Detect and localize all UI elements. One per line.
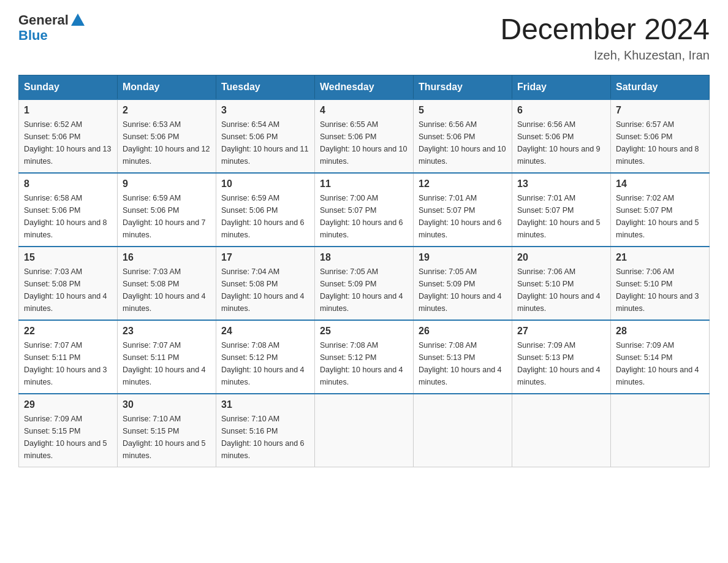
table-row: 17 Sunrise: 7:04 AMSunset: 5:08 PMDaylig… <box>216 247 315 320</box>
day-number: 30 <box>123 399 211 410</box>
day-info: Sunrise: 6:58 AMSunset: 5:06 PMDaylight:… <box>24 194 107 239</box>
day-info: Sunrise: 7:01 AMSunset: 5:07 PMDaylight:… <box>517 194 601 239</box>
logo-general-text: General <box>18 13 69 28</box>
table-row <box>315 394 414 467</box>
table-row: 23 Sunrise: 7:07 AMSunset: 5:11 PMDaylig… <box>118 320 216 394</box>
day-number: 12 <box>419 178 507 190</box>
table-row: 4 Sunrise: 6:55 AMSunset: 5:06 PMDayligh… <box>315 99 414 173</box>
day-number: 15 <box>24 252 112 263</box>
table-row: 24 Sunrise: 7:08 AMSunset: 5:12 PMDaylig… <box>216 320 315 394</box>
day-number: 8 <box>24 178 112 190</box>
day-number: 9 <box>123 178 211 190</box>
day-info: Sunrise: 7:01 AMSunset: 5:07 PMDaylight:… <box>419 194 502 239</box>
table-row: 26 Sunrise: 7:08 AMSunset: 5:13 PMDaylig… <box>414 320 512 394</box>
day-number: 25 <box>320 326 408 337</box>
day-info: Sunrise: 6:59 AMSunset: 5:06 PMDaylight:… <box>221 194 305 239</box>
table-row: 10 Sunrise: 6:59 AMSunset: 5:06 PMDaylig… <box>216 173 315 247</box>
day-number: 26 <box>419 326 507 337</box>
header-thursday: Thursday <box>414 75 512 100</box>
day-number: 18 <box>320 252 408 263</box>
day-info: Sunrise: 7:07 AMSunset: 5:11 PMDaylight:… <box>123 341 206 386</box>
table-row: 7 Sunrise: 6:57 AMSunset: 5:06 PMDayligh… <box>611 99 710 173</box>
day-info: Sunrise: 6:54 AMSunset: 5:06 PMDaylight:… <box>221 120 308 166</box>
table-row: 21 Sunrise: 7:06 AMSunset: 5:10 PMDaylig… <box>611 247 710 320</box>
day-number: 11 <box>320 178 408 190</box>
day-info: Sunrise: 7:07 AMSunset: 5:11 PMDaylight:… <box>24 341 107 386</box>
day-number: 2 <box>123 105 211 116</box>
day-number: 24 <box>221 326 309 337</box>
day-number: 19 <box>419 252 507 263</box>
header-sunday: Sunday <box>19 75 118 100</box>
calendar-table: Sunday Monday Tuesday Wednesday Thursday… <box>18 75 710 467</box>
table-row <box>512 394 611 467</box>
table-row: 3 Sunrise: 6:54 AMSunset: 5:06 PMDayligh… <box>216 99 315 173</box>
table-row: 28 Sunrise: 7:09 AMSunset: 5:14 PMDaylig… <box>611 320 710 394</box>
table-row: 16 Sunrise: 7:03 AMSunset: 5:08 PMDaylig… <box>118 247 216 320</box>
week-row-1: 1 Sunrise: 6:52 AMSunset: 5:06 PMDayligh… <box>19 99 710 173</box>
table-row: 22 Sunrise: 7:07 AMSunset: 5:11 PMDaylig… <box>19 320 118 394</box>
table-row <box>611 394 710 467</box>
day-number: 21 <box>616 252 704 263</box>
logo: General Blue <box>18 12 85 43</box>
day-info: Sunrise: 6:57 AMSunset: 5:06 PMDaylight:… <box>616 120 699 166</box>
day-info: Sunrise: 7:05 AMSunset: 5:09 PMDaylight:… <box>320 267 403 313</box>
title-area: December 2024 Izeh, Khuzestan, Iran <box>500 12 710 63</box>
day-info: Sunrise: 6:59 AMSunset: 5:06 PMDaylight:… <box>123 194 206 239</box>
table-row: 15 Sunrise: 7:03 AMSunset: 5:08 PMDaylig… <box>19 247 118 320</box>
day-number: 6 <box>517 105 605 116</box>
table-row: 8 Sunrise: 6:58 AMSunset: 5:06 PMDayligh… <box>19 173 118 247</box>
weekday-header-row: Sunday Monday Tuesday Wednesday Thursday… <box>19 75 710 100</box>
day-info: Sunrise: 7:05 AMSunset: 5:09 PMDaylight:… <box>419 267 502 313</box>
table-row: 31 Sunrise: 7:10 AMSunset: 5:16 PMDaylig… <box>216 394 315 467</box>
day-info: Sunrise: 7:04 AMSunset: 5:08 PMDaylight:… <box>221 267 305 313</box>
table-row: 29 Sunrise: 7:09 AMSunset: 5:15 PMDaylig… <box>19 394 118 467</box>
logo-blue-text: Blue <box>18 28 48 43</box>
table-row: 30 Sunrise: 7:10 AMSunset: 5:15 PMDaylig… <box>118 394 216 467</box>
table-row: 11 Sunrise: 7:00 AMSunset: 5:07 PMDaylig… <box>315 173 414 247</box>
day-info: Sunrise: 7:00 AMSunset: 5:07 PMDaylight:… <box>320 194 403 239</box>
svg-marker-0 <box>71 13 85 26</box>
day-info: Sunrise: 6:55 AMSunset: 5:06 PMDaylight:… <box>320 120 407 166</box>
table-row: 18 Sunrise: 7:05 AMSunset: 5:09 PMDaylig… <box>315 247 414 320</box>
day-number: 23 <box>123 326 211 337</box>
header-wednesday: Wednesday <box>315 75 414 100</box>
week-row-5: 29 Sunrise: 7:09 AMSunset: 5:15 PMDaylig… <box>19 394 710 467</box>
day-number: 27 <box>517 326 605 337</box>
table-row: 27 Sunrise: 7:09 AMSunset: 5:13 PMDaylig… <box>512 320 611 394</box>
table-row: 5 Sunrise: 6:56 AMSunset: 5:06 PMDayligh… <box>414 99 512 173</box>
week-row-2: 8 Sunrise: 6:58 AMSunset: 5:06 PMDayligh… <box>19 173 710 247</box>
day-number: 29 <box>24 399 112 410</box>
day-number: 22 <box>24 326 112 337</box>
day-number: 28 <box>616 326 704 337</box>
table-row: 1 Sunrise: 6:52 AMSunset: 5:06 PMDayligh… <box>19 99 118 173</box>
logo-triangle-icon <box>71 13 85 28</box>
day-number: 5 <box>419 105 507 116</box>
day-number: 7 <box>616 105 704 116</box>
table-row: 20 Sunrise: 7:06 AMSunset: 5:10 PMDaylig… <box>512 247 611 320</box>
day-info: Sunrise: 7:10 AMSunset: 5:16 PMDaylight:… <box>221 415 305 460</box>
table-row: 13 Sunrise: 7:01 AMSunset: 5:07 PMDaylig… <box>512 173 611 247</box>
day-number: 31 <box>221 399 309 410</box>
day-info: Sunrise: 7:03 AMSunset: 5:08 PMDaylight:… <box>24 267 107 313</box>
day-number: 13 <box>517 178 605 190</box>
day-info: Sunrise: 7:09 AMSunset: 5:13 PMDaylight:… <box>517 341 601 386</box>
day-number: 1 <box>24 105 112 116</box>
page-header: General Blue December 2024 Izeh, Khuzest… <box>18 12 710 63</box>
day-info: Sunrise: 7:09 AMSunset: 5:14 PMDaylight:… <box>616 341 699 386</box>
header-friday: Friday <box>512 75 611 100</box>
day-number: 10 <box>221 178 309 190</box>
header-saturday: Saturday <box>611 75 710 100</box>
header-monday: Monday <box>118 75 216 100</box>
table-row: 19 Sunrise: 7:05 AMSunset: 5:09 PMDaylig… <box>414 247 512 320</box>
day-number: 20 <box>517 252 605 263</box>
day-info: Sunrise: 7:02 AMSunset: 5:07 PMDaylight:… <box>616 194 699 239</box>
day-number: 14 <box>616 178 704 190</box>
table-row: 6 Sunrise: 6:56 AMSunset: 5:06 PMDayligh… <box>512 99 611 173</box>
month-title: December 2024 <box>500 12 710 46</box>
day-info: Sunrise: 7:10 AMSunset: 5:15 PMDaylight:… <box>123 415 206 460</box>
day-info: Sunrise: 7:09 AMSunset: 5:15 PMDaylight:… <box>24 415 107 460</box>
day-info: Sunrise: 6:53 AMSunset: 5:06 PMDaylight:… <box>123 120 210 166</box>
day-info: Sunrise: 7:06 AMSunset: 5:10 PMDaylight:… <box>616 267 699 313</box>
day-info: Sunrise: 6:56 AMSunset: 5:06 PMDaylight:… <box>419 120 506 166</box>
day-number: 16 <box>123 252 211 263</box>
